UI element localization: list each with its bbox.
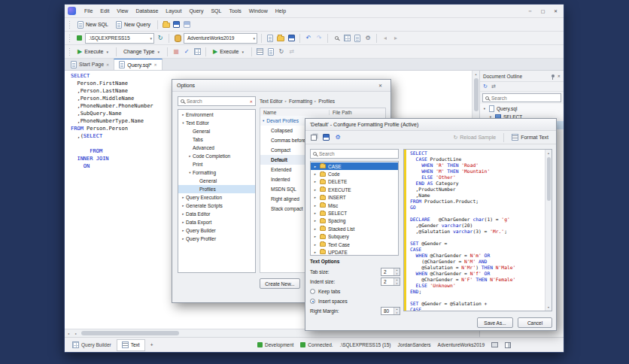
menu-window[interactable]: Window: [245, 7, 272, 15]
collapsed-arrow-icon[interactable]: ▸: [181, 204, 186, 208]
save-icon[interactable]: [172, 20, 181, 29]
snippets-icon[interactable]: [266, 47, 275, 56]
find-icon[interactable]: [332, 34, 341, 43]
view-tab-text[interactable]: Text: [117, 339, 145, 351]
format-folder-stacked-list[interactable]: ▸Stacked List: [311, 225, 398, 232]
close-dialog-icon[interactable]: ✕: [375, 81, 386, 90]
expand-arrow-icon[interactable]: ▾: [482, 107, 487, 111]
collapsed-arrow-icon[interactable]: ▸: [181, 212, 186, 216]
collapsed-arrow-icon[interactable]: ▸: [187, 154, 193, 158]
swap-panels-icon[interactable]: ⇄: [287, 47, 296, 56]
options-search[interactable]: ✕: [178, 96, 256, 106]
refresh-connection-icon[interactable]: ↻: [156, 34, 165, 43]
scroll-left-icon[interactable]: ◂: [65, 330, 72, 337]
format-folder-code[interactable]: ▸Code: [311, 170, 398, 177]
profile-settings-gear-icon[interactable]: ⚙: [333, 133, 342, 142]
format-folder-insert[interactable]: ▸INSERT: [311, 194, 398, 202]
breadcrumb-item-formatting[interactable]: Formatting: [289, 99, 312, 104]
scroll-down-icon[interactable]: ▾: [545, 304, 552, 311]
options-tree-profiles[interactable]: Profiles: [178, 185, 255, 193]
server-item[interactable]: .\SQLEXPRESS15 (15): [340, 342, 391, 347]
options-tree-query-profiler[interactable]: ▸Query Profiler: [178, 235, 255, 243]
outline-search-input[interactable]: [491, 96, 558, 101]
user-item[interactable]: JordanSanders: [398, 342, 431, 347]
format-text-button[interactable]: Format Text: [508, 132, 552, 142]
toolbar-grip[interactable]: [68, 20, 71, 29]
menu-file[interactable]: File: [81, 7, 96, 15]
view-tab-[interactable]: +: [146, 339, 158, 351]
collapsed-arrow-icon[interactable]: ▸: [313, 227, 318, 231]
options-dialog-title-bar[interactable]: Options ✕: [172, 80, 390, 92]
save-as-button[interactable]: Save As...: [477, 317, 513, 328]
collapsed-arrow-icon[interactable]: ▸: [313, 204, 318, 208]
environment-item[interactable]: Development: [257, 342, 293, 347]
open-icon[interactable]: [276, 34, 285, 43]
sync-outline-icon[interactable]: ⇄: [491, 83, 496, 89]
collapsed-arrow-icon[interactable]: ▸: [313, 250, 318, 254]
spin-down-icon[interactable]: ▾: [394, 282, 400, 286]
scrollbar-thumb[interactable]: [547, 157, 551, 201]
maximize-icon[interactable]: ▢: [536, 6, 549, 17]
options-tree-query-execution[interactable]: ▸Query Execution: [178, 193, 255, 202]
save-file-icon[interactable]: [287, 34, 296, 43]
sql-preview[interactable]: SELECT CASE ProductLine WHEN 'R' THEN 'R…: [403, 149, 552, 311]
scrollbar-thumb[interactable]: [81, 331, 179, 335]
new-sql-button[interactable]: New SQL: [74, 20, 111, 29]
view-tab-query-builder[interactable]: Query Builder: [68, 339, 116, 351]
format-folder-misc[interactable]: ▸Misc: [311, 202, 398, 209]
redo-icon[interactable]: ↷: [314, 34, 324, 43]
breadcrumb-item-profiles[interactable]: Profiles: [318, 99, 335, 104]
spin-down-icon[interactable]: ▾: [394, 311, 400, 315]
menu-tools[interactable]: Tools: [225, 7, 245, 15]
format-folder-spacing[interactable]: ▸Spacing: [311, 217, 398, 225]
minimize-icon[interactable]: ─: [524, 6, 536, 17]
monitor-icon[interactable]: [491, 342, 498, 347]
indent-size-stepper[interactable]: 2 ▴▾: [381, 278, 400, 286]
options-tree-general[interactable]: General: [178, 177, 255, 185]
options-tree-data-editor[interactable]: ▸Data Editor: [178, 210, 255, 218]
open-file-icon[interactable]: [162, 20, 171, 29]
pin-icon[interactable]: [552, 74, 555, 77]
menu-database[interactable]: Database: [132, 7, 162, 15]
collapsed-arrow-icon[interactable]: ▸: [181, 220, 186, 224]
change-type-button[interactable]: Change Type ▾: [120, 48, 163, 55]
execute-secondary-button[interactable]: ▶ Execute ▾: [210, 47, 248, 56]
menu-edit[interactable]: Edit: [96, 7, 113, 15]
reload-sample-button[interactable]: ↻ Reload Sample: [449, 133, 500, 142]
spin-down-icon[interactable]: ▾: [394, 272, 400, 276]
options-tree-formatting[interactable]: ▾Formatting: [178, 168, 255, 177]
database-item[interactable]: AdventureWorks2019: [438, 342, 485, 347]
script-icon[interactable]: [353, 34, 362, 43]
copy-profile-icon[interactable]: [309, 133, 318, 142]
collapsed-arrow-icon[interactable]: ▸: [181, 196, 186, 199]
menu-layout[interactable]: Layout: [162, 7, 185, 15]
settings-gear-icon[interactable]: ⚙: [363, 34, 372, 43]
options-tree-environment[interactable]: ▸Environment: [178, 111, 255, 119]
new-document-icon[interactable]: [266, 34, 275, 43]
execute-button[interactable]: ▶ Execute ▾: [74, 47, 112, 56]
undo-icon[interactable]: ↶: [304, 34, 313, 43]
breadcrumb-item-text-editor[interactable]: Text Editor: [260, 99, 283, 104]
collapsed-arrow-icon[interactable]: ▸: [313, 180, 318, 184]
collapsed-arrow-icon[interactable]: ▸: [181, 229, 186, 232]
menu-query[interactable]: Query: [185, 7, 207, 15]
clear-search-icon[interactable]: ✕: [250, 99, 253, 104]
scroll-up-icon[interactable]: ▴: [473, 71, 480, 77]
options-tree-query-builder[interactable]: ▸Query Builder: [178, 226, 255, 235]
close-icon[interactable]: ✕: [549, 6, 562, 17]
close-panel-icon[interactable]: ✕: [558, 74, 561, 78]
format-folder-subquery[interactable]: ▸Subquery: [311, 233, 398, 241]
collapsed-arrow-icon[interactable]: ▸: [313, 219, 318, 223]
collapsed-arrow-icon[interactable]: ▸: [181, 237, 186, 241]
format-folder-execute[interactable]: ▸EXECUTE: [311, 186, 398, 193]
menu-view[interactable]: View: [113, 7, 132, 15]
stop-execution-icon[interactable]: ■: [172, 47, 181, 56]
format-folder-text-case[interactable]: ▸Text Case: [311, 241, 398, 248]
save-profile-icon[interactable]: [321, 133, 330, 142]
right-margin-stepper[interactable]: 80 ▴▾: [381, 307, 400, 315]
tab-size-stepper[interactable]: 2 ▴▾: [381, 268, 400, 276]
doc-tab-start-page[interactable]: Start Page✕: [66, 59, 114, 70]
options-tree-print[interactable]: Print: [178, 160, 255, 168]
profile-search[interactable]: [310, 149, 399, 159]
database-combobox[interactable]: AdventureWorks2019 ▾: [184, 33, 257, 44]
